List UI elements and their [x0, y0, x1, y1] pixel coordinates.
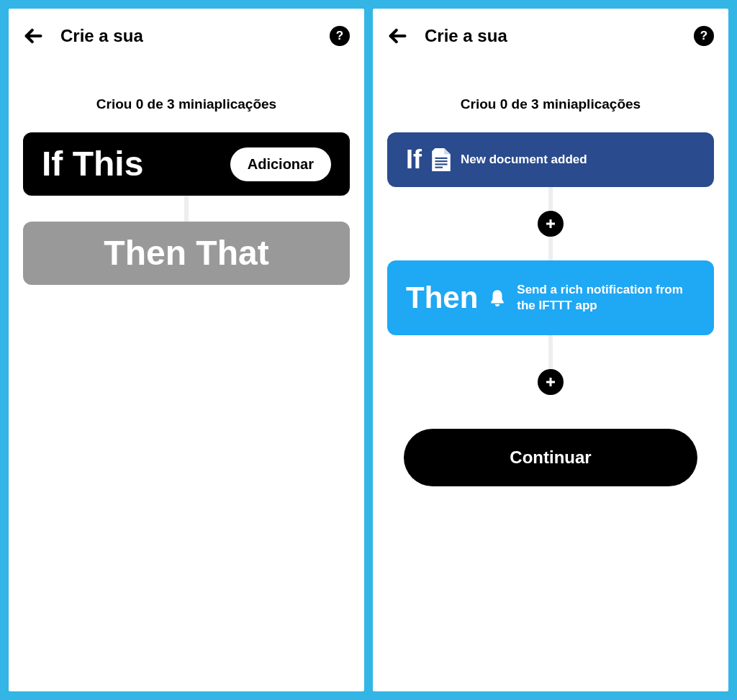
add-step-button[interactable]	[538, 211, 564, 237]
svg-rect-5	[435, 167, 443, 168]
continue-button[interactable]: Continuar	[404, 429, 698, 486]
add-step-button[interactable]	[538, 369, 564, 395]
connector-group	[538, 187, 564, 260]
header: Crie a sua ?	[23, 26, 350, 46]
add-button[interactable]: Adicionar	[230, 147, 331, 181]
back-arrow-icon[interactable]	[23, 26, 43, 46]
then-that-card: Then That	[23, 222, 350, 285]
header: Crie a sua ?	[387, 26, 714, 46]
connector-line	[184, 196, 189, 222]
if-this-card[interactable]: If This Adicionar	[23, 132, 350, 196]
bell-icon	[488, 288, 507, 307]
svg-rect-2	[435, 158, 447, 159]
flow-container: If New document added Then	[387, 132, 714, 486]
connector-line	[548, 187, 553, 213]
help-icon[interactable]: ?	[694, 26, 714, 46]
help-icon[interactable]: ?	[330, 26, 350, 46]
flow-container: If This Adicionar Then That	[23, 132, 350, 285]
connector-line	[548, 235, 553, 260]
if-description: New document added	[461, 152, 695, 168]
left-panel: Crie a sua ? Criou 0 de 3 miniaplicações…	[9, 9, 364, 691]
document-icon	[432, 148, 451, 171]
page-title: Crie a sua	[425, 26, 677, 46]
then-description: Send a rich notification from the IFTTT …	[517, 282, 695, 314]
connector-line	[548, 335, 553, 371]
then-that-title: Then That	[104, 236, 268, 271]
back-arrow-icon[interactable]	[387, 26, 407, 46]
then-label: Then	[406, 281, 478, 315]
then-action-card[interactable]: Then Send a rich notification from the I…	[387, 260, 714, 335]
applet-count: Criou 0 de 3 miniaplicações	[387, 96, 714, 112]
applet-count: Criou 0 de 3 miniaplicações	[23, 96, 350, 112]
right-panel: Crie a sua ? Criou 0 de 3 miniaplicações…	[373, 9, 728, 691]
if-label: If	[406, 147, 422, 173]
connector-group	[538, 335, 564, 393]
if-this-title: If This	[42, 147, 143, 181]
if-trigger-card[interactable]: If New document added	[387, 132, 714, 187]
svg-rect-4	[435, 163, 447, 165]
page-title: Crie a sua	[60, 26, 312, 46]
svg-rect-3	[435, 160, 447, 162]
